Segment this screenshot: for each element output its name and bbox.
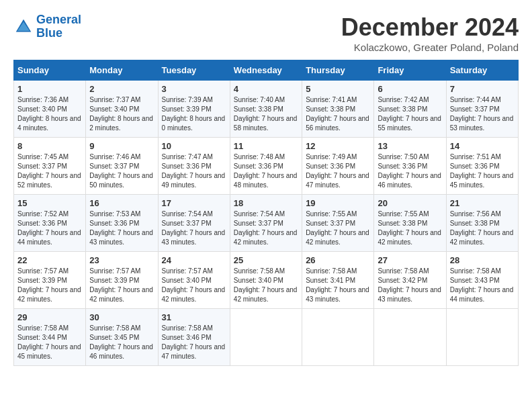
day-info: Sunrise: 7:58 AMSunset: 3:43 PMDaylight:… [450,267,514,303]
day-info: Sunrise: 7:47 AMSunset: 3:36 PMDaylight:… [162,153,226,189]
day-number: 17 [162,198,226,208]
calendar-week-3: 15 Sunrise: 7:52 AMSunset: 3:36 PMDaylig… [14,195,519,252]
calendar-cell: 27 Sunrise: 7:58 AMSunset: 3:42 PMDaylig… [374,252,446,309]
day-info: Sunrise: 7:57 AMSunset: 3:40 PMDaylight:… [162,267,226,303]
calendar-cell: 3 Sunrise: 7:39 AMSunset: 3:39 PMDayligh… [158,81,230,138]
calendar-cell: 17 Sunrise: 7:54 AMSunset: 3:37 PMDaylig… [158,195,230,252]
day-number: 3 [162,84,226,94]
calendar-cell: 16 Sunrise: 7:53 AMSunset: 3:36 PMDaylig… [86,195,158,252]
calendar-header: SundayMondayTuesdayWednesdayThursdayFrid… [14,60,519,81]
day-info: Sunrise: 7:53 AMSunset: 3:36 PMDaylight:… [89,210,153,246]
day-info: Sunrise: 7:46 AMSunset: 3:37 PMDaylight:… [89,153,153,189]
day-number: 8 [17,141,82,151]
day-info: Sunrise: 7:48 AMSunset: 3:36 PMDaylight:… [234,153,298,189]
day-number: 29 [17,312,82,322]
day-info: Sunrise: 7:42 AMSunset: 3:38 PMDaylight:… [378,96,441,132]
logo-icon [13,17,34,37]
day-number: 5 [306,84,370,94]
day-number: 23 [89,255,154,265]
day-number: 12 [306,141,370,151]
day-info: Sunrise: 7:58 AMSunset: 3:40 PMDaylight:… [234,267,298,303]
calendar-cell: 13 Sunrise: 7:50 AMSunset: 3:36 PMDaylig… [374,138,446,195]
logo: General Blue [13,13,81,40]
day-number: 24 [162,255,226,265]
day-number: 7 [450,84,515,94]
calendar-cell [374,309,446,366]
day-info: Sunrise: 7:54 AMSunset: 3:37 PMDaylight:… [234,210,298,246]
calendar-cell [302,309,374,366]
weekday-header-tuesday: Tuesday [158,60,230,81]
day-info: Sunrise: 7:49 AMSunset: 3:36 PMDaylight:… [306,153,369,189]
day-info: Sunrise: 7:56 AMSunset: 3:38 PMDaylight:… [450,210,514,246]
day-number: 4 [234,84,298,94]
calendar-cell: 6 Sunrise: 7:42 AMSunset: 3:38 PMDayligh… [374,81,446,138]
day-number: 21 [450,198,515,208]
day-info: Sunrise: 7:36 AMSunset: 3:40 PMDaylight:… [17,96,81,132]
day-number: 31 [162,312,226,322]
location: Kolaczkowo, Greater Poland, Poland [341,42,519,53]
calendar-cell: 19 Sunrise: 7:55 AMSunset: 3:37 PMDaylig… [302,195,374,252]
calendar-cell: 14 Sunrise: 7:51 AMSunset: 3:36 PMDaylig… [446,138,518,195]
day-info: Sunrise: 7:55 AMSunset: 3:38 PMDaylight:… [378,210,441,246]
calendar-body: 1 Sunrise: 7:36 AMSunset: 3:40 PMDayligh… [14,81,519,366]
title-block: December 2024 Kolaczkowo, Greater Poland… [341,13,519,53]
day-info: Sunrise: 7:57 AMSunset: 3:39 PMDaylight:… [89,267,153,303]
day-number: 27 [378,255,442,265]
day-info: Sunrise: 7:51 AMSunset: 3:36 PMDaylight:… [450,153,514,189]
day-number: 19 [306,198,370,208]
calendar-week-2: 8 Sunrise: 7:45 AMSunset: 3:37 PMDayligh… [14,138,519,195]
day-info: Sunrise: 7:58 AMSunset: 3:42 PMDaylight:… [378,267,441,303]
day-info: Sunrise: 7:39 AMSunset: 3:39 PMDaylight:… [162,96,226,132]
day-info: Sunrise: 7:50 AMSunset: 3:36 PMDaylight:… [378,153,441,189]
page-header: General Blue December 2024 Kolaczkowo, G… [13,13,519,53]
day-number: 26 [306,255,370,265]
weekday-header-monday: Monday [86,60,158,81]
day-number: 25 [234,255,298,265]
day-number: 6 [378,84,442,94]
weekday-header-saturday: Saturday [446,60,518,81]
calendar-cell: 26 Sunrise: 7:58 AMSunset: 3:41 PMDaylig… [302,252,374,309]
day-number: 22 [17,255,82,265]
day-info: Sunrise: 7:40 AMSunset: 3:38 PMDaylight:… [234,96,298,132]
calendar-cell: 4 Sunrise: 7:40 AMSunset: 3:38 PMDayligh… [230,81,302,138]
day-info: Sunrise: 7:58 AMSunset: 3:45 PMDaylight:… [89,324,153,360]
calendar-cell: 21 Sunrise: 7:56 AMSunset: 3:38 PMDaylig… [446,195,518,252]
day-info: Sunrise: 7:37 AMSunset: 3:40 PMDaylight:… [89,96,153,132]
calendar-cell: 11 Sunrise: 7:48 AMSunset: 3:36 PMDaylig… [230,138,302,195]
day-info: Sunrise: 7:52 AMSunset: 3:36 PMDaylight:… [17,210,81,246]
calendar-cell: 9 Sunrise: 7:46 AMSunset: 3:37 PMDayligh… [86,138,158,195]
calendar-cell: 10 Sunrise: 7:47 AMSunset: 3:36 PMDaylig… [158,138,230,195]
calendar-cell [230,309,302,366]
day-info: Sunrise: 7:55 AMSunset: 3:37 PMDaylight:… [306,210,369,246]
day-info: Sunrise: 7:58 AMSunset: 3:41 PMDaylight:… [306,267,369,303]
calendar-week-1: 1 Sunrise: 7:36 AMSunset: 3:40 PMDayligh… [14,81,519,138]
day-number: 2 [89,84,154,94]
calendar-cell: 8 Sunrise: 7:45 AMSunset: 3:37 PMDayligh… [14,138,86,195]
calendar-cell: 12 Sunrise: 7:49 AMSunset: 3:36 PMDaylig… [302,138,374,195]
logo-text: General Blue [36,13,81,40]
day-info: Sunrise: 7:45 AMSunset: 3:37 PMDaylight:… [17,153,81,189]
calendar-cell: 7 Sunrise: 7:44 AMSunset: 3:37 PMDayligh… [446,81,518,138]
day-info: Sunrise: 7:44 AMSunset: 3:37 PMDaylight:… [450,96,514,132]
calendar-cell: 23 Sunrise: 7:57 AMSunset: 3:39 PMDaylig… [86,252,158,309]
weekday-header-sunday: Sunday [14,60,86,81]
calendar-cell: 5 Sunrise: 7:41 AMSunset: 3:38 PMDayligh… [302,81,374,138]
day-number: 1 [17,84,82,94]
day-number: 30 [89,312,154,322]
day-info: Sunrise: 7:41 AMSunset: 3:38 PMDaylight:… [306,96,369,132]
day-number: 9 [89,141,154,151]
calendar-cell: 31 Sunrise: 7:58 AMSunset: 3:46 PMDaylig… [158,309,230,366]
day-number: 14 [450,141,515,151]
calendar-cell: 25 Sunrise: 7:58 AMSunset: 3:40 PMDaylig… [230,252,302,309]
day-number: 11 [234,141,298,151]
calendar-cell: 28 Sunrise: 7:58 AMSunset: 3:43 PMDaylig… [446,252,518,309]
day-info: Sunrise: 7:57 AMSunset: 3:39 PMDaylight:… [17,267,81,303]
calendar-cell: 2 Sunrise: 7:37 AMSunset: 3:40 PMDayligh… [86,81,158,138]
day-info: Sunrise: 7:58 AMSunset: 3:44 PMDaylight:… [17,324,81,360]
weekday-row: SundayMondayTuesdayWednesdayThursdayFrid… [14,60,519,81]
day-info: Sunrise: 7:58 AMSunset: 3:46 PMDaylight:… [162,324,226,360]
calendar-cell: 30 Sunrise: 7:58 AMSunset: 3:45 PMDaylig… [86,309,158,366]
calendar-cell: 1 Sunrise: 7:36 AMSunset: 3:40 PMDayligh… [14,81,86,138]
calendar-week-4: 22 Sunrise: 7:57 AMSunset: 3:39 PMDaylig… [14,252,519,309]
month-title: December 2024 [341,13,519,42]
